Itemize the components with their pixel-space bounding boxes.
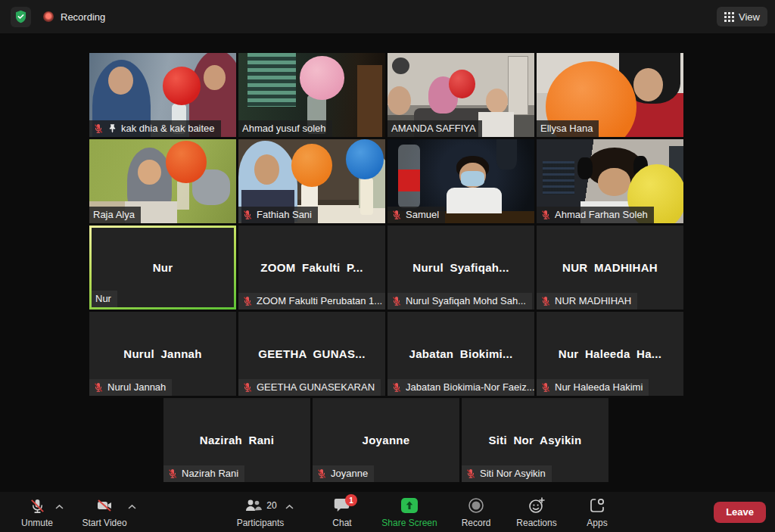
participant-name-tag: ZOOM Fakulti Perubatan 1...	[238, 293, 385, 310]
muted-mic-icon	[540, 296, 551, 306]
participant-name: Fathiah Sani	[257, 209, 312, 220]
participant-name: Nur Haleeda Hakimi	[555, 381, 643, 393]
participant-name: Joyanne	[331, 468, 368, 479]
participant-name-tag: GEETHA GUNASEKARAN	[238, 379, 381, 396]
participants-button[interactable]: 20 Participants	[224, 492, 297, 532]
participant-tile[interactable]: GEETHA GUNAS... GEETHA GUNASEKARAN	[238, 312, 385, 396]
record-label: Record	[462, 518, 491, 528]
view-button[interactable]: View	[717, 7, 767, 26]
participant-tile[interactable]: Ahmad yusuf soleh	[238, 53, 385, 137]
participant-name-tag: Nurul Syafiqah Mohd Sah...	[388, 293, 532, 310]
participant-tile[interactable]: ZOOM Fakulti P... ZOOM Fakulti Perubatan…	[238, 226, 385, 310]
participant-tile[interactable]: Nazirah Rani Nazirah Rani	[163, 398, 310, 482]
video-options-caret[interactable]	[128, 501, 136, 512]
view-label: View	[739, 11, 760, 23]
security-shield-button[interactable]	[11, 7, 31, 27]
leave-button[interactable]: Leave	[714, 502, 766, 523]
share-screen-button[interactable]: Share Screen	[377, 492, 442, 532]
start-video-button[interactable]: Start Video	[65, 492, 144, 532]
recording-label: Recording	[61, 11, 105, 23]
camera-off-icon	[95, 496, 114, 515]
zoom-meeting-window: Recording View kak dhia & kak baitee	[0, 0, 775, 532]
participant-name: Samuel	[406, 209, 439, 220]
muted-mic-icon	[540, 210, 551, 220]
meeting-toolbar: Unmute Start Video 20 Participants 1 Cha…	[0, 492, 775, 532]
participant-name-tag: Joyanne	[313, 465, 374, 482]
participant-name: Ahmad Farhan Soleh	[555, 209, 648, 220]
participant-tile[interactable]: Jabatan Biokimi... Jabatan Biokimia-Nor …	[388, 312, 534, 396]
participants-icon	[244, 497, 263, 514]
participant-tile[interactable]: NUR MADHIHAH NUR MADHIHAH	[537, 226, 683, 310]
reactions-smiley-icon	[528, 496, 546, 515]
participant-name-tag: Jabatan Biokimia-Nor Faeiz...	[388, 379, 534, 396]
participant-tile[interactable]: Nur Haleeda Ha... Nur Haleeda Hakimi	[537, 312, 683, 396]
participant-tile[interactable]: Joyanne Joyanne	[313, 398, 459, 482]
start-video-label: Start Video	[82, 518, 126, 528]
muted-mic-icon	[167, 468, 178, 479]
gallery-grid: kak dhia & kak baitee Ahmad yusuf soleh	[89, 53, 683, 396]
participant-name: Ahmad yusuf soleh	[242, 123, 326, 134]
participant-name-tag: Raja Alya	[89, 207, 141, 223]
unmute-options-caret[interactable]	[55, 501, 64, 512]
participant-tile[interactable]: Ellysa Hana	[537, 53, 683, 137]
mic-muted-icon	[29, 497, 46, 515]
muted-mic-icon	[242, 210, 253, 220]
chat-label: Chat	[332, 518, 351, 528]
reactions-button[interactable]: Reactions	[510, 492, 563, 532]
participant-name: ZOOM Fakulti Perubatan 1...	[257, 295, 382, 306]
muted-mic-icon	[93, 382, 104, 393]
participant-name-tag: kak dhia & kak baitee	[89, 120, 221, 137]
share-screen-label: Share Screen	[381, 518, 437, 528]
share-screen-icon	[400, 497, 419, 514]
participant-name-tag: Nurul Jannah	[89, 379, 172, 396]
participant-tile[interactable]: Nurul Jannah Nurul Jannah	[89, 312, 236, 396]
gallery-last-row: Nazirah Rani Nazirah Rani Joyanne Joyann…	[163, 398, 608, 482]
participant-name: kak dhia & kak baitee	[121, 123, 215, 134]
chat-button[interactable]: 1 Chat	[307, 492, 377, 532]
participant-name: Nurul Syafiqah Mohd Sah...	[406, 295, 526, 306]
participant-name-tag: Fathiah Sani	[238, 207, 318, 223]
participant-name-tag: Siti Nor Asyikin	[462, 465, 552, 482]
participant-tile[interactable]: Raja Alya	[89, 139, 236, 223]
shield-check-icon	[14, 10, 27, 23]
participant-name: Nur	[95, 293, 111, 304]
participant-name: Siti Nor Asyikin	[480, 468, 546, 479]
participant-tile[interactable]: AMANDA SAFFIYA	[388, 53, 534, 137]
recording-indicator[interactable]: Recording	[43, 11, 105, 23]
reactions-label: Reactions	[516, 518, 556, 528]
muted-mic-icon	[391, 296, 402, 306]
participant-name: AMANDA SAFFIYA	[391, 123, 476, 134]
muted-mic-icon	[465, 468, 476, 479]
top-bar: Recording View	[0, 0, 775, 33]
participant-name-tag: Ahmad yusuf soleh	[238, 120, 332, 137]
pin-icon	[107, 123, 117, 133]
participant-name: GEETHA GUNASEKARAN	[257, 381, 375, 393]
muted-mic-icon	[391, 210, 402, 220]
participant-tile[interactable]: kak dhia & kak baitee	[89, 53, 236, 137]
participant-name-tag: Nazirah Rani	[163, 465, 244, 482]
participant-name-tag: Samuel	[388, 207, 445, 223]
participants-options-caret[interactable]	[285, 501, 294, 512]
participant-tile[interactable]: Fathiah Sani	[238, 139, 385, 223]
participant-tile-active-speaker[interactable]: Nur Nur	[89, 226, 236, 310]
participant-tile[interactable]: Siti Nor Asyikin Siti Nor Asyikin	[462, 398, 608, 482]
participant-tile[interactable]: Ahmad Farhan Soleh	[537, 139, 683, 223]
participants-label: Participants	[237, 518, 285, 528]
record-button[interactable]: Record	[442, 492, 510, 532]
recording-dot-icon	[43, 11, 54, 22]
participant-name-tag: Nur Haleeda Hakimi	[537, 379, 649, 396]
muted-mic-icon	[242, 382, 253, 393]
participant-name: Nazirah Rani	[182, 468, 238, 479]
participant-tile[interactable]: Samuel	[388, 139, 534, 223]
participant-tile[interactable]: Nurul Syafiqah... Nurul Syafiqah Mohd Sa…	[388, 226, 534, 310]
muted-mic-icon	[242, 296, 253, 306]
muted-mic-icon	[391, 382, 402, 393]
unmute-label: Unmute	[21, 518, 53, 528]
participant-name-tag: Ahmad Farhan Soleh	[537, 207, 654, 223]
muted-mic-icon	[93, 123, 104, 134]
participant-name-tag: NUR MADHIHAH	[537, 293, 637, 310]
unmute-button[interactable]: Unmute	[9, 492, 65, 532]
participant-name-tag: AMANDA SAFFIYA	[388, 120, 482, 137]
apps-button[interactable]: Apps	[563, 492, 631, 532]
participants-count: 20	[266, 500, 276, 511]
